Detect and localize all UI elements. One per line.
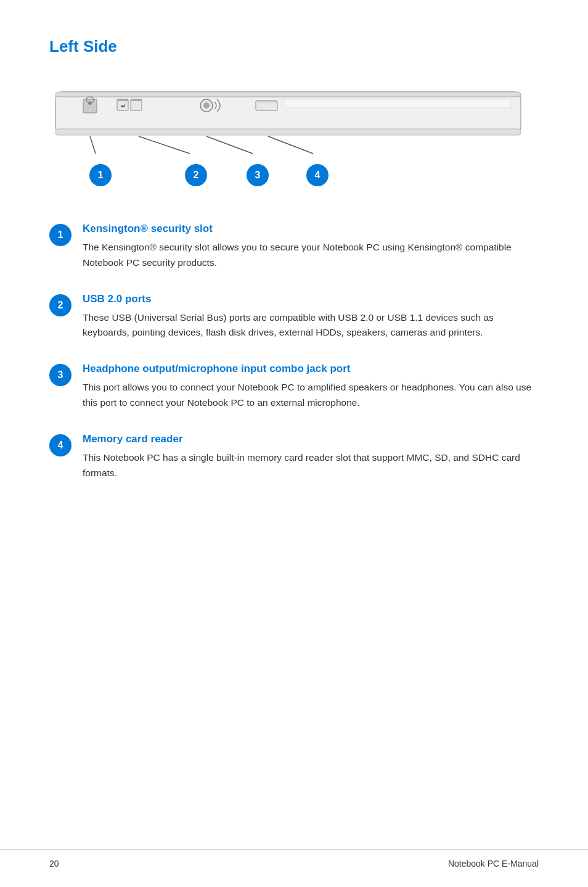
svg-rect-2 [55,129,521,135]
svg-point-12 [203,102,210,109]
footer-manual-title: Notebook PC E-Manual [448,859,539,868]
svg-line-19 [268,136,313,154]
svg-rect-1 [55,92,521,97]
section-badge-1: 1 [49,224,71,246]
section-2-content: USB 2.0 ports These USB (Universal Seria… [83,293,539,341]
section-4-content: Memory card reader This Notebook PC has … [83,433,539,481]
section-badge-4: 4 [49,434,71,456]
page-title: Left Side [49,37,539,56]
section-1-content: Kensington® security slot The Kensington… [83,223,539,271]
section-3-body: This port allows you to connect your Not… [83,380,539,411]
laptop-diagram: ⇄ [49,81,539,161]
svg-rect-14 [256,101,277,102]
callout-badge-2: 2 [185,164,207,186]
svg-line-16 [90,136,96,154]
callout-badge-3: 3 [247,164,269,186]
section-4-title: Memory card reader [83,433,539,445]
svg-line-18 [206,136,253,154]
svg-rect-0 [55,92,521,134]
section-3-content: Headphone output/microphone input combo … [83,363,539,411]
callout-badge-4: 4 [306,164,329,186]
svg-rect-15 [284,99,512,108]
section-badge-2: 2 [49,294,71,316]
section-badge-3: 3 [49,364,71,386]
callout-badge-1: 1 [89,164,112,186]
diagram-container: ⇄ 1 2 3 4 [49,81,539,192]
footer: 20 Notebook PC E-Manual [0,849,588,868]
footer-page-number: 20 [49,859,59,868]
section-1: 1 Kensington® security slot The Kensingt… [49,223,539,271]
section-3: 3 Headphone output/microphone input comb… [49,363,539,411]
section-2-body: These USB (Universal Serial Bus) ports a… [83,310,539,341]
svg-rect-7 [117,99,128,101]
section-1-body: The Kensington® security slot allows you… [83,240,539,271]
section-4-body: This Notebook PC has a single built-in m… [83,450,539,481]
svg-rect-9 [131,99,142,101]
section-1-title: Kensington® security slot [83,223,539,235]
section-2: 2 USB 2.0 ports These USB (Universal Ser… [49,293,539,341]
section-2-title: USB 2.0 ports [83,293,539,305]
section-3-title: Headphone output/microphone input combo … [83,363,539,375]
section-4: 4 Memory card reader This Notebook PC ha… [49,433,539,481]
svg-text:⇄: ⇄ [121,102,126,109]
svg-point-5 [88,101,92,105]
svg-line-17 [139,136,190,154]
